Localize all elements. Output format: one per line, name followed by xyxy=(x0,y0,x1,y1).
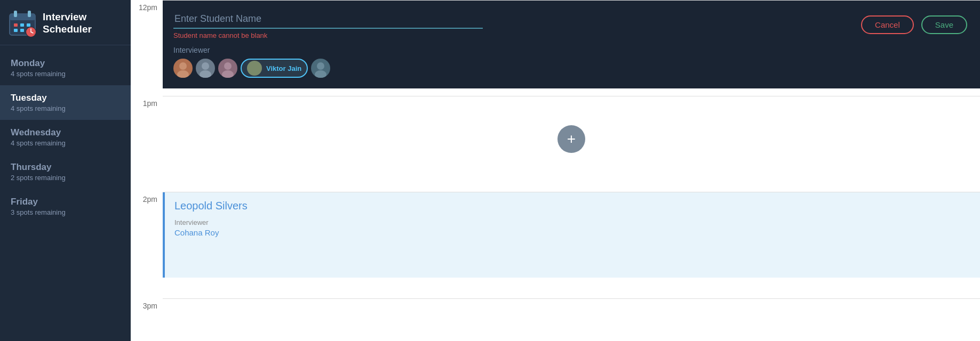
time-label-3pm: 3pm xyxy=(131,298,163,310)
interviewer-avatar-list: Viktor Jain xyxy=(173,59,861,78)
interviewer-avatar-2[interactable] xyxy=(196,59,215,78)
time-content-2pm: Leopold Silvers Interviewer Cohana Roy xyxy=(163,192,980,278)
time-row-2pm: 2pm Leopold Silvers Interviewer Cohana R… xyxy=(131,192,980,298)
svg-rect-3 xyxy=(28,11,31,17)
main-content: 12pm Student name cannot be blank Interv… xyxy=(131,0,980,341)
time-row-12pm: 12pm Student name cannot be blank Interv… xyxy=(131,0,980,96)
appointment-card[interactable]: Leopold Silvers Interviewer Cohana Roy xyxy=(163,192,980,278)
time-content-3pm xyxy=(163,298,980,341)
selected-interviewer-name: Viktor Jain xyxy=(266,64,301,72)
svg-rect-8 xyxy=(20,29,24,32)
time-label-12pm: 12pm xyxy=(131,0,163,12)
sidebar-item-tuesday[interactable]: Tuesday 4 spots remaining xyxy=(0,85,131,120)
form-action-buttons: Cancel Save xyxy=(861,11,967,34)
time-label-2pm: 2pm xyxy=(131,192,163,204)
cancel-button[interactable]: Cancel xyxy=(861,15,914,34)
svg-point-19 xyxy=(222,70,234,78)
svg-point-21 xyxy=(315,70,326,78)
time-label-1pm: 1pm xyxy=(131,96,163,108)
day-nav: Monday 4 spots remaining Tuesday 4 spots… xyxy=(0,45,131,229)
svg-point-17 xyxy=(200,70,211,78)
appointment-interviewer-name: Cohana Roy xyxy=(174,228,970,237)
svg-rect-1 xyxy=(10,14,35,20)
form-left: Student name cannot be blank Interviewer xyxy=(173,11,861,78)
svg-point-16 xyxy=(202,62,209,70)
sidebar-item-wednesday[interactable]: Wednesday 4 spots remaining xyxy=(0,120,131,155)
svg-point-14 xyxy=(179,62,187,70)
sidebar-item-friday[interactable]: Friday 3 spots remaining xyxy=(0,189,131,224)
interviewer-section-label: Interviewer xyxy=(173,46,861,54)
svg-rect-5 xyxy=(20,23,24,27)
save-button[interactable]: Save xyxy=(921,15,967,34)
student-name-input[interactable] xyxy=(173,11,483,29)
svg-point-15 xyxy=(177,70,189,78)
form-error-message: Student name cannot be blank xyxy=(173,31,861,39)
svg-point-20 xyxy=(317,62,324,70)
svg-rect-7 xyxy=(14,29,18,32)
svg-rect-6 xyxy=(27,23,30,27)
add-interview-button[interactable]: + xyxy=(557,125,585,153)
interviewer-avatar-1[interactable] xyxy=(173,59,193,78)
app-title: Interview Scheduler xyxy=(43,11,92,36)
svg-point-18 xyxy=(224,62,232,70)
interviewer-avatar-3[interactable] xyxy=(218,59,237,78)
sidebar: Interview Scheduler Monday 4 spots remai… xyxy=(0,0,131,341)
add-interview-container: + xyxy=(557,96,585,182)
interviewer-avatar-5[interactable] xyxy=(311,59,330,78)
sidebar-item-thursday[interactable]: Thursday 2 spots remaining xyxy=(0,155,131,189)
interviewer-avatar-4-selected[interactable]: Viktor Jain xyxy=(241,59,308,78)
time-content-12pm: Student name cannot be blank Interviewer xyxy=(163,0,980,96)
app-logo-icon xyxy=(9,10,36,37)
svg-rect-2 xyxy=(14,11,17,17)
time-row-3pm: 3pm xyxy=(131,298,980,341)
selected-avatar-pic xyxy=(247,61,262,76)
sidebar-item-monday[interactable]: Monday 4 spots remaining xyxy=(0,51,131,85)
appointment-interviewer-label: Interviewer xyxy=(174,218,970,226)
time-row-1pm: 1pm + xyxy=(131,96,980,192)
new-interview-form: Student name cannot be blank Interviewer xyxy=(163,1,980,88)
time-content-1pm: + xyxy=(163,96,980,182)
sidebar-header: Interview Scheduler xyxy=(0,0,131,45)
svg-rect-4 xyxy=(14,23,18,27)
appointment-student-name: Leopold Silvers xyxy=(174,200,970,212)
